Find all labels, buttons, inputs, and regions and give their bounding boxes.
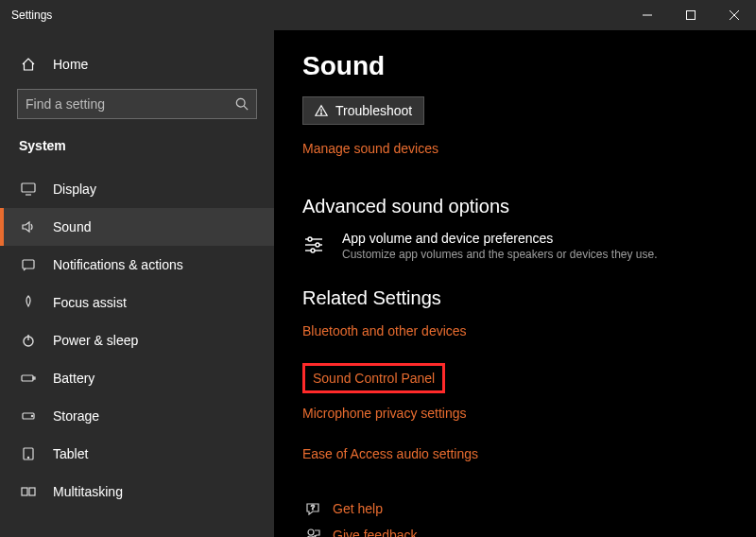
titlebar: Settings bbox=[0, 0, 756, 30]
tablet-icon bbox=[19, 446, 38, 461]
svg-rect-1 bbox=[687, 11, 696, 20]
manage-sound-devices-link[interactable]: Manage sound devices bbox=[302, 141, 438, 156]
sidebar-item-storage[interactable]: Storage bbox=[0, 397, 274, 435]
svg-point-24 bbox=[316, 243, 319, 247]
window-title: Settings bbox=[11, 9, 626, 22]
pref-subtitle: Customize app volumes and the speakers o… bbox=[342, 248, 658, 261]
help-icon: ? bbox=[302, 501, 323, 516]
sidebar-item-multitasking[interactable]: Multitasking bbox=[0, 473, 274, 511]
get-help-link[interactable]: ? Get help bbox=[302, 501, 728, 516]
sidebar-item-label: Tablet bbox=[53, 446, 88, 461]
svg-rect-18 bbox=[29, 488, 35, 495]
svg-point-4 bbox=[236, 98, 245, 107]
sliders-icon bbox=[302, 231, 329, 261]
sidebar-item-label: Notifications & actions bbox=[53, 257, 183, 272]
pref-title: App volume and device preferences bbox=[342, 231, 658, 246]
svg-point-16 bbox=[27, 457, 28, 458]
main-content: Sound Troubleshoot Manage sound devices … bbox=[274, 30, 756, 537]
sidebar-item-label: Focus assist bbox=[53, 295, 127, 310]
svg-rect-12 bbox=[33, 377, 35, 379]
sidebar-item-label: Display bbox=[53, 182, 96, 197]
search-input[interactable] bbox=[26, 96, 235, 112]
minimize-button[interactable] bbox=[626, 0, 669, 30]
power-icon bbox=[19, 333, 38, 348]
advanced-sound-heading: Advanced sound options bbox=[302, 196, 728, 217]
troubleshoot-button[interactable]: Troubleshoot bbox=[302, 96, 424, 125]
close-button[interactable] bbox=[713, 0, 756, 30]
home-button[interactable]: Home bbox=[0, 47, 274, 81]
section-label: System bbox=[0, 132, 274, 170]
highlight-box: Sound Control Panel bbox=[302, 363, 445, 393]
svg-point-14 bbox=[31, 415, 32, 416]
related-settings-heading: Related Settings bbox=[302, 287, 728, 309]
svg-point-20 bbox=[320, 113, 321, 114]
sidebar-item-battery[interactable]: Battery bbox=[0, 359, 274, 397]
troubleshoot-label: Troubleshoot bbox=[335, 103, 412, 118]
warning-icon bbox=[315, 104, 328, 117]
sidebar-item-notifications[interactable]: Notifications & actions bbox=[0, 246, 274, 284]
svg-rect-17 bbox=[22, 488, 27, 495]
sidebar-item-label: Sound bbox=[53, 219, 91, 234]
storage-icon bbox=[19, 408, 38, 424]
bluetooth-devices-link[interactable]: Bluetooth and other devices bbox=[302, 323, 467, 338]
search-icon bbox=[235, 97, 249, 111]
sidebar-item-tablet[interactable]: Tablet bbox=[0, 435, 274, 473]
page-title: Sound bbox=[302, 51, 728, 81]
sidebar-item-label: Power & sleep bbox=[53, 333, 138, 348]
svg-rect-11 bbox=[22, 375, 33, 381]
focus-assist-icon bbox=[19, 295, 38, 310]
svg-rect-6 bbox=[22, 183, 35, 192]
sidebar-item-display[interactable]: Display bbox=[0, 170, 274, 208]
multitasking-icon bbox=[19, 484, 38, 499]
maximize-button[interactable] bbox=[669, 0, 713, 30]
home-label: Home bbox=[53, 57, 88, 72]
sound-control-panel-link[interactable]: Sound Control Panel bbox=[313, 371, 435, 386]
svg-line-5 bbox=[244, 106, 248, 110]
sidebar-item-label: Multitasking bbox=[53, 484, 123, 499]
display-icon bbox=[19, 182, 38, 197]
sidebar-item-focus-assist[interactable]: Focus assist bbox=[0, 284, 274, 321]
svg-rect-8 bbox=[23, 260, 34, 268]
svg-text:?: ? bbox=[311, 504, 315, 511]
feedback-icon bbox=[302, 528, 323, 537]
microphone-privacy-link[interactable]: Microphone privacy settings bbox=[302, 406, 467, 421]
app-volume-preferences[interactable]: App volume and device preferences Custom… bbox=[302, 231, 728, 261]
window-controls bbox=[626, 0, 756, 30]
svg-point-26 bbox=[311, 249, 315, 252]
svg-point-28 bbox=[308, 529, 314, 535]
notifications-icon bbox=[19, 257, 38, 272]
svg-point-22 bbox=[308, 237, 312, 241]
home-icon bbox=[19, 57, 38, 72]
give-feedback-link[interactable]: Give feedback bbox=[302, 528, 728, 537]
sidebar-item-label: Battery bbox=[53, 371, 94, 386]
sidebar-item-sound[interactable]: Sound bbox=[0, 208, 274, 246]
sidebar-item-label: Storage bbox=[53, 408, 99, 424]
ease-of-access-audio-link[interactable]: Ease of Access audio settings bbox=[302, 446, 478, 461]
search-box[interactable] bbox=[17, 89, 257, 119]
sidebar-item-power-sleep[interactable]: Power & sleep bbox=[0, 321, 274, 359]
sidebar: Home System Display bbox=[0, 30, 274, 537]
battery-icon bbox=[19, 371, 38, 386]
nav-list: Display Sound Notifications & actions bbox=[0, 170, 274, 511]
sound-icon bbox=[19, 219, 38, 234]
